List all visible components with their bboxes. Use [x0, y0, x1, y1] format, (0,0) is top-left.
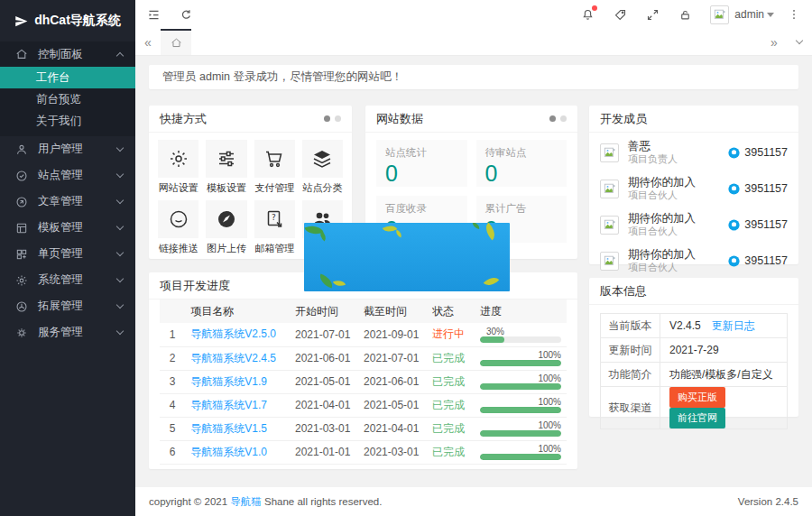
- sidebar-item-label: 控制面板: [38, 47, 83, 62]
- tabs-spacer: [191, 29, 761, 55]
- user-avatar[interactable]: [710, 5, 729, 24]
- sidebar-item-about-us[interactable]: 关于我们: [0, 110, 135, 132]
- shortcut-payment-mgmt[interactable]: 支付管理: [254, 140, 295, 193]
- right-column: 开发成员 善恶项目负责人 3951157 期待你的加入项目合伙人 3951157: [589, 106, 798, 469]
- stat-pending-sites: 待审站点 0: [476, 140, 567, 187]
- version-row: 当前版本 V2.4.5更新日志: [601, 314, 788, 338]
- member-qq[interactable]: 3951157: [744, 218, 788, 231]
- tabs-scroll-left-icon[interactable]: «: [135, 29, 161, 55]
- chevron-down-icon: [116, 170, 124, 178]
- project-link[interactable]: 导航猫系统V1.9: [190, 375, 267, 388]
- official-site-button[interactable]: 前往官网: [669, 408, 725, 428]
- member-name: 期待你的加入: [628, 248, 696, 262]
- sidebar-item-user-mgmt[interactable]: 用户管理: [0, 136, 135, 162]
- refresh-icon[interactable]: [179, 7, 193, 22]
- sidebar-item-page-mgmt[interactable]: 单页管理: [0, 241, 135, 267]
- carousel-dot[interactable]: [324, 115, 330, 122]
- shortcut-template-settings[interactable]: 模板设置: [206, 140, 246, 193]
- changelog-link[interactable]: 更新日志: [712, 319, 755, 332]
- version-card: 版本信息 当前版本 V2.4.5更新日志 更新时间 2021-7-29: [589, 278, 798, 417]
- shortcut-link-push[interactable]: 链接推送: [158, 200, 198, 253]
- compass-icon: [216, 208, 237, 230]
- chevron-down-icon: [116, 327, 124, 335]
- member-avatar: [600, 216, 619, 235]
- member-row: 期待你的加入项目合伙人 3951157: [600, 207, 788, 243]
- tag-icon[interactable]: [613, 7, 627, 22]
- shortcut-mail-mgmt[interactable]: ? 邮箱管理: [254, 200, 295, 253]
- paper-plane-icon: [14, 14, 28, 28]
- lock-icon[interactable]: [678, 7, 692, 22]
- app-logo[interactable]: dhCat导航系统: [0, 0, 135, 41]
- carousel-dot[interactable]: [549, 115, 556, 122]
- chevron-down-icon: [116, 197, 124, 204]
- status-badge: 进行中: [432, 327, 465, 340]
- sidebar-nav: 控制面板 工作台 前台预览 关于我们 用户管理 站点管理: [0, 41, 135, 346]
- member-name: 期待你的加入: [628, 176, 696, 189]
- shortcut-site-category[interactable]: 站点分类: [302, 140, 343, 193]
- version-row: 获取渠道 购买正版 前往官网: [601, 387, 788, 429]
- cart-icon: [263, 148, 285, 170]
- smiley-icon: [168, 208, 189, 230]
- progress-bar: 100%: [480, 373, 561, 390]
- sidebar-item-site-mgmt[interactable]: 站点管理: [0, 162, 135, 189]
- shortcut-site-settings[interactable]: 网站设置: [158, 140, 198, 193]
- member-qq[interactable]: 3951157: [744, 254, 788, 267]
- shortcut-image-upload[interactable]: 图片上传: [206, 200, 246, 253]
- collapse-menu-icon[interactable]: [146, 7, 161, 22]
- notifications-bell-icon[interactable]: [580, 7, 595, 22]
- leaf-decoration: [471, 223, 480, 229]
- sidebar-item-frontend-preview[interactable]: 前台预览: [0, 88, 135, 110]
- brand-link[interactable]: 导航猫: [230, 496, 262, 507]
- carousel-dot[interactable]: [560, 115, 567, 122]
- card-title: 快捷方式: [160, 111, 207, 127]
- tab-home[interactable]: [161, 29, 191, 55]
- project-link[interactable]: 导航猫系统V1.7: [190, 399, 267, 411]
- check-circle-icon: [15, 169, 29, 182]
- user-caret-icon[interactable]: [767, 13, 774, 17]
- sidebar: dhCat导航系统 控制面板 工作台 前台预览 关于我们 用户管理: [0, 0, 135, 516]
- fullscreen-icon[interactable]: [645, 7, 660, 22]
- sidebar-item-system-mgmt[interactable]: 系统管理: [0, 267, 135, 293]
- sidebar-item-template-mgmt[interactable]: 模板管理: [0, 215, 135, 241]
- sidebar-item-label: 模板管理: [38, 220, 83, 235]
- tabs-menu-icon[interactable]: [787, 29, 812, 55]
- table-row: 2 导航猫系统V2.4.5 2021-06-01 2021-07-01 已完成 …: [160, 346, 567, 370]
- promo-banner[interactable]: [304, 223, 510, 291]
- member-row: 期待你的加入项目合伙人 3951157: [600, 243, 788, 279]
- progress-bar: 30%: [480, 327, 561, 343]
- sidebar-item-workbench[interactable]: 工作台: [0, 67, 135, 88]
- user-menu[interactable]: admin: [734, 8, 764, 21]
- member-qq[interactable]: 3951157: [744, 146, 788, 159]
- member-qq[interactable]: 3951157: [744, 182, 788, 195]
- carousel-dots: [324, 115, 341, 122]
- member-avatar: [600, 180, 619, 198]
- sidebar-item-article-mgmt[interactable]: 文章管理: [0, 189, 135, 215]
- page: dhCat导航系统 控制面板 工作台 前台预览 关于我们 用户管理: [0, 0, 812, 516]
- projects-table: 项目名称 开始时间 截至时间 状态 进度 1: [160, 299, 567, 465]
- project-link[interactable]: 导航猫系统V2.4.5: [190, 352, 276, 364]
- members-card: 开发成员 善恶项目负责人 3951157 期待你的加入项目合伙人 3951157: [589, 106, 798, 264]
- member-role: 项目合伙人: [628, 189, 696, 201]
- project-link[interactable]: 导航猫系统V1.0: [190, 446, 267, 458]
- chevron-down-icon: [116, 275, 124, 282]
- carousel-dot[interactable]: [335, 115, 341, 122]
- tabs-scroll-right-icon[interactable]: »: [761, 29, 787, 55]
- project-link[interactable]: 导航猫系统V1.5: [190, 422, 267, 435]
- progress-bar: 100%: [480, 444, 561, 460]
- template-icon: [15, 221, 29, 235]
- sidebar-item-control-panel[interactable]: 控制面板: [0, 41, 135, 67]
- member-role: 项目合伙人: [628, 262, 696, 273]
- sidebar-item-extension-mgmt[interactable]: 拓展管理: [0, 293, 135, 319]
- project-link[interactable]: 导航猫系统V2.5.0: [190, 327, 276, 340]
- member-role: 项目负责人: [628, 153, 678, 165]
- card-title: 网站数据: [376, 111, 423, 127]
- table-row: 3 导航猫系统V1.9 2021-05-01 2021-06-01 已完成 10…: [160, 370, 567, 393]
- sidebar-item-service-mgmt[interactable]: 服务管理: [0, 319, 135, 346]
- home-tab-icon: [171, 37, 182, 49]
- table-row: 4 导航猫系统V1.7 2021-04-01 2021-05-01 已完成 10…: [160, 393, 567, 417]
- sidebar-item-label: 站点管理: [38, 168, 83, 183]
- status-badge: 已完成: [432, 375, 465, 388]
- more-options-icon[interactable]: [787, 7, 801, 22]
- article-icon: [15, 195, 29, 208]
- buy-genuine-button[interactable]: 购买正版: [669, 387, 725, 408]
